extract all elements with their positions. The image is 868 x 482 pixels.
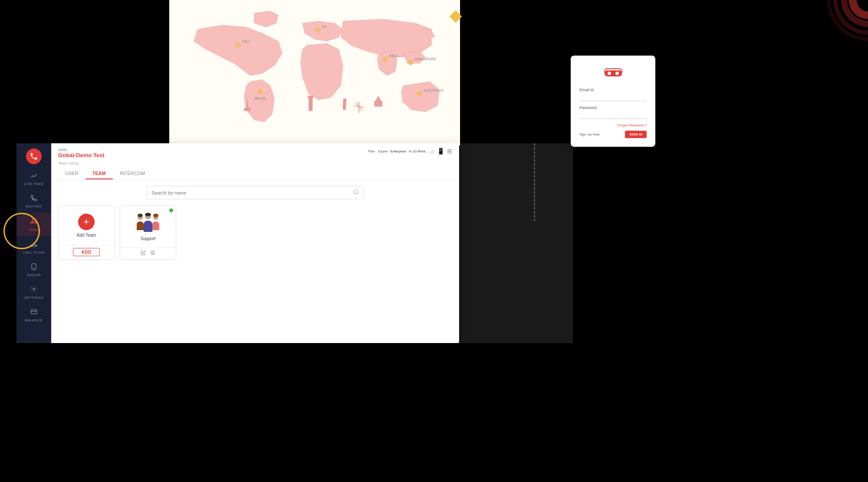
search-icon — [353, 189, 359, 195]
app-logo[interactable] — [26, 149, 42, 164]
settings-label: SETTINGS — [24, 296, 43, 300]
svg-rect-17 — [309, 97, 312, 111]
sidebar-item-dialer[interactable]: DIALER — [16, 259, 51, 281]
svg-rect-16 — [244, 108, 251, 111]
svg-point-12 — [408, 59, 414, 65]
header-user-info: Hello, Gobal-Demo Test — [58, 148, 105, 158]
sidebar-item-team[interactable]: TEAM — [16, 213, 51, 236]
email-input[interactable] — [579, 95, 647, 101]
svg-line-34 — [357, 193, 358, 195]
svg-point-10 — [382, 56, 388, 62]
svg-point-14 — [417, 91, 422, 96]
balance-icon — [30, 308, 37, 317]
header-meta: Plan Expire Enterprise In 10 Mont... ⌂ 📱… — [368, 148, 452, 155]
plan-value: Enterprise — [391, 149, 406, 153]
mobile-icon[interactable]: 📱 — [437, 148, 444, 155]
svg-point-6 — [235, 42, 241, 47]
phone-logo-icon — [602, 64, 624, 80]
home-icon[interactable]: ⌂ — [431, 148, 434, 155]
signin-button[interactable]: SIGN IN — [625, 131, 647, 138]
svg-text:BRAZIL: BRAZIL — [254, 96, 267, 101]
login-card: Email Id Password Forgot Password ? Sign… — [571, 56, 655, 147]
call-flow-icon — [30, 241, 37, 249]
expand-icon[interactable]: ⊞ — [447, 148, 452, 155]
email-label: Email Id — [579, 88, 647, 92]
add-button[interactable]: ADD — [73, 248, 99, 256]
right-dark-panel — [460, 143, 573, 343]
svg-point-30 — [33, 288, 35, 290]
svg-point-29 — [33, 268, 34, 268]
greeting-text: Hello, — [58, 148, 105, 152]
support-card-footer — [120, 247, 176, 259]
history-label: HISTORY — [26, 205, 43, 208]
svg-rect-31 — [31, 310, 36, 314]
signup-link[interactable]: Sign Up Now — [579, 132, 600, 136]
svg-point-38 — [138, 214, 143, 217]
password-input[interactable] — [579, 112, 647, 119]
svg-rect-18 — [308, 96, 313, 98]
login-logo — [579, 64, 647, 82]
live-feed-label: LIVE FEED — [24, 182, 43, 186]
svg-point-40 — [153, 214, 158, 217]
balance-label: BALANCE — [25, 318, 43, 322]
add-team-label: Add Team — [77, 233, 96, 238]
sidebar: LIVE FEED HISTORY TEAM CALL FLOW — [16, 143, 51, 343]
svg-text:AUSTRALIA: AUSTRALIA — [424, 88, 444, 92]
sidebar-item-call-flow[interactable]: CALL FLOW — [16, 236, 51, 259]
svg-rect-23 — [374, 101, 382, 106]
content-area: Add Team ADD — [51, 180, 459, 343]
svg-text:INDIA: INDIA — [389, 54, 399, 58]
support-label: Support — [140, 236, 155, 241]
team-icon — [30, 217, 38, 227]
svg-text:USA: USA — [242, 39, 250, 43]
support-team-card: Support — [120, 205, 176, 260]
add-team-card-body: Add Team — [59, 206, 114, 245]
team-setup-label: Team Setup — [58, 161, 452, 165]
sidebar-item-balance[interactable]: BALANCE — [16, 304, 51, 327]
call-flow-label: CALL FLOW — [23, 251, 45, 254]
edit-icon[interactable] — [141, 250, 146, 257]
main-content: Hello, Gobal-Demo Test Plan Expire Enter… — [51, 143, 459, 343]
pencil-icon — [141, 250, 146, 255]
svg-text:UK: UK — [322, 24, 327, 29]
svg-point-27 — [615, 72, 619, 75]
team-label: TEAM — [29, 228, 39, 232]
login-actions: Sign Up Now SIGN IN — [579, 131, 647, 138]
svg-point-0 — [853, 0, 868, 15]
email-field: Email Id — [579, 88, 647, 101]
svg-point-26 — [608, 72, 611, 75]
dialer-label: DIALER — [27, 273, 41, 277]
team-illustration — [134, 212, 162, 234]
tab-team[interactable]: TEAM — [85, 168, 113, 179]
tab-intercom[interactable]: INTERCOM — [113, 168, 152, 179]
svg-text:SINGAPORE: SINGAPORE — [414, 57, 436, 61]
svg-point-8 — [257, 89, 263, 95]
trash-icon — [150, 250, 155, 255]
expire-label: Expire — [378, 149, 388, 153]
header-icons: ⌂ 📱 ⊞ — [431, 148, 452, 155]
svg-rect-19 — [343, 99, 347, 110]
world-map-svg: UK USA BRAZIL INDIA SINGAPORE AUSTRALIA — [174, 2, 456, 137]
add-team-footer: ADD — [59, 245, 114, 259]
search-input[interactable] — [147, 187, 349, 198]
live-feed-icon — [30, 172, 37, 181]
logo-icon — [30, 152, 38, 161]
add-team-icon[interactable] — [78, 214, 95, 230]
team-card-actions — [141, 250, 155, 257]
password-label: Password — [579, 106, 647, 110]
sidebar-item-live-feed[interactable]: LIVE FEED — [16, 168, 51, 190]
expire-value: In 10 Mont... — [409, 149, 428, 153]
world-map-background: UK USA BRAZIL INDIA SINGAPORE AUSTRALIA — [169, 0, 460, 145]
search-button[interactable] — [349, 186, 363, 199]
tabs-row: USER TEAM INTERCOM — [58, 168, 452, 179]
plus-icon — [82, 218, 91, 226]
header: Hello, Gobal-Demo Test Plan Expire Enter… — [51, 143, 459, 180]
header-top: Hello, Gobal-Demo Test Plan Expire Enter… — [58, 148, 452, 158]
sidebar-item-settings[interactable]: SETTINGS — [16, 281, 51, 304]
password-field: Password — [579, 106, 647, 119]
sidebar-item-history[interactable]: HISTORY — [16, 190, 51, 213]
add-team-card: Add Team ADD — [58, 205, 115, 260]
delete-icon[interactable] — [150, 250, 155, 257]
tab-user[interactable]: USER — [58, 168, 85, 179]
forgot-password-link[interactable]: Forgot Password ? — [579, 123, 647, 127]
